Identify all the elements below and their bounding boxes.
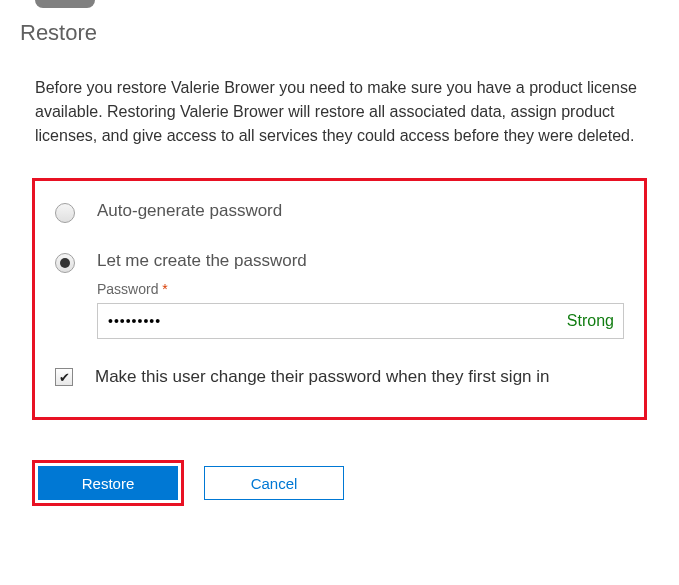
radio-manual-password[interactable] [55, 253, 75, 273]
force-change-checkbox[interactable]: ✔ [55, 368, 73, 386]
avatar [35, 0, 95, 8]
page-title: Restore [20, 20, 659, 46]
radio-auto-generate-label: Auto-generate password [97, 201, 624, 221]
restore-highlight: Restore [32, 460, 184, 506]
password-options-box: Auto-generate password Let me create the… [32, 178, 647, 420]
radio-auto-generate[interactable] [55, 203, 75, 223]
restore-description: Before you restore Valerie Brower you ne… [35, 76, 644, 148]
password-input[interactable] [97, 303, 624, 339]
radio-manual-password-label: Let me create the password [97, 251, 624, 271]
cancel-button[interactable]: Cancel [204, 466, 344, 500]
required-marker: * [162, 281, 167, 297]
force-change-label: Make this user change their password whe… [95, 367, 550, 387]
restore-button[interactable]: Restore [38, 466, 178, 500]
password-field-label: Password [97, 281, 158, 297]
check-icon: ✔ [59, 371, 70, 384]
